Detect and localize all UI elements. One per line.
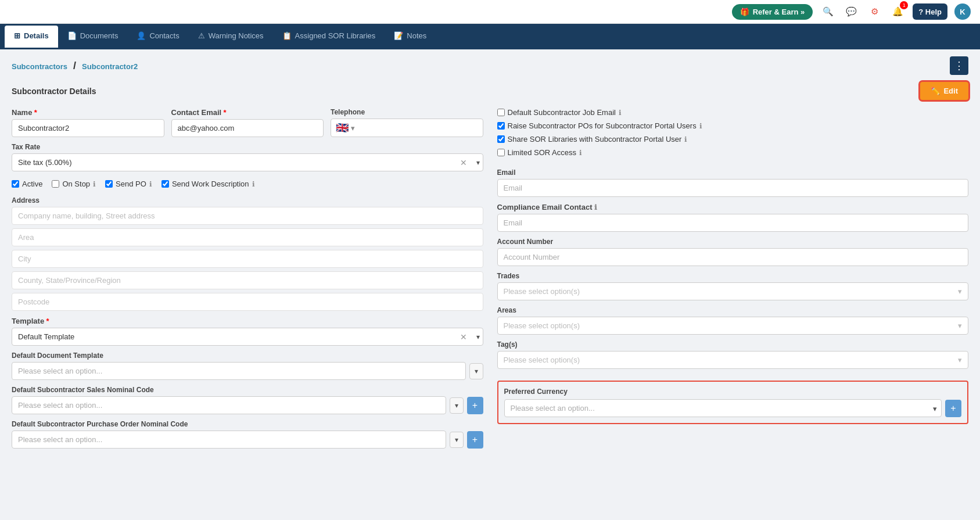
default-sub-job-email-checkbox[interactable] xyxy=(497,109,505,116)
limited-sor-checkbox[interactable] xyxy=(497,149,505,156)
template-label: Template * xyxy=(12,317,483,325)
contact-email-label: Contact Email * xyxy=(171,108,324,117)
send-po-info-icon[interactable]: ℹ xyxy=(149,180,152,188)
areas-group: Areas Please select option(s) ▾ xyxy=(497,306,969,335)
settings-icon-button[interactable]: ⚙ xyxy=(866,3,882,20)
notification-badge: 1 xyxy=(900,1,908,9)
telephone-label: Telephone xyxy=(331,108,483,116)
send-work-desc-checkbox-item: Send Work Description ℹ xyxy=(161,180,255,188)
section-title: Subcontractor Details xyxy=(12,87,96,96)
preferred-currency-section: Preferred Currency Please select an opti… xyxy=(497,381,969,424)
search-icon-button[interactable]: 🔍 xyxy=(820,3,836,20)
contacts-icon: 👤 xyxy=(137,31,146,40)
account-number-label: Account Number xyxy=(497,238,969,246)
add-purchase-nominal-button[interactable]: + xyxy=(467,431,483,449)
address-fields xyxy=(12,207,483,311)
tax-rate-dropdown-button[interactable]: ▾ xyxy=(476,159,480,167)
tab-assigned-sor[interactable]: 📋 Assigned SOR Libraries xyxy=(273,26,385,48)
tax-rate-clear-button[interactable]: ✕ xyxy=(460,158,467,167)
areas-select[interactable]: Please select option(s) ▾ xyxy=(497,317,969,335)
on-stop-checkbox[interactable] xyxy=(52,180,59,188)
sub-job-email-info-icon[interactable]: ℹ xyxy=(619,109,622,117)
add-currency-button[interactable]: + xyxy=(945,400,961,417)
details-icon: ⊞ xyxy=(14,31,20,40)
compliance-email-info-icon[interactable]: ℹ xyxy=(594,203,597,211)
compliance-email-label: Compliance Email Contact ℹ xyxy=(497,203,969,211)
notification-icon-button[interactable]: 🔔 1 xyxy=(889,3,906,20)
default-sales-nominal-label: Default Subcontractor Sales Nominal Code xyxy=(12,386,483,394)
template-dropdown-button[interactable]: ▾ xyxy=(476,333,480,341)
name-group: Name * xyxy=(12,108,164,137)
address-postcode-input[interactable] xyxy=(12,293,483,311)
address-county-input[interactable] xyxy=(12,271,483,289)
trades-chevron-icon: ▾ xyxy=(958,287,962,296)
send-po-checkbox[interactable] xyxy=(105,180,113,188)
limited-sor-info-icon[interactable]: ℹ xyxy=(579,149,582,157)
account-number-input[interactable] xyxy=(497,248,969,266)
help-button[interactable]: ? Help xyxy=(913,3,947,20)
default-sub-job-email-item: Default Subcontractor Job Email ℹ xyxy=(497,108,969,117)
address-street-input[interactable] xyxy=(12,207,483,225)
email-input[interactable] xyxy=(497,179,969,197)
purchase-nominal-arrow: ▾ xyxy=(450,432,464,448)
raise-sub-po-info-icon[interactable]: ℹ xyxy=(699,122,702,130)
trades-select[interactable]: Please select option(s) ▾ xyxy=(497,282,969,300)
share-sor-item: Share SOR Libraries with Subcontractor P… xyxy=(497,135,969,144)
send-work-desc-info-icon[interactable]: ℹ xyxy=(252,180,255,188)
tags-select[interactable]: Please select option(s) ▾ xyxy=(497,351,969,369)
on-stop-info-icon[interactable]: ℹ xyxy=(93,180,96,188)
compliance-email-input[interactable] xyxy=(497,214,969,232)
tab-warning-notices[interactable]: ⚠ Warning Notices xyxy=(189,26,273,48)
right-checkboxes: Default Subcontractor Job Email ℹ Raise … xyxy=(497,108,969,157)
share-sor-checkbox[interactable] xyxy=(497,135,505,143)
address-city-input[interactable] xyxy=(12,250,483,268)
default-purchase-nominal-select[interactable]: Please select an option... xyxy=(12,431,446,449)
tab-documents[interactable]: 📄 Documents xyxy=(58,26,128,48)
gift-icon: 🎁 xyxy=(740,8,749,16)
tab-notes[interactable]: 📝 Notes xyxy=(385,26,436,48)
three-dots-button[interactable]: ⋮ xyxy=(950,56,968,75)
default-doc-template-select[interactable]: Please select an option... xyxy=(12,362,466,380)
tax-rate-group: Tax Rate ✕ ▾ xyxy=(12,143,483,171)
tags-label: Tag(s) xyxy=(497,340,969,349)
active-checkbox[interactable] xyxy=(12,180,19,188)
tab-contacts[interactable]: 👤 Contacts xyxy=(127,26,188,48)
form-grid: Name * Contact Email * Telephone 🇬🇧 xyxy=(12,108,968,449)
chat-icon-button[interactable]: 💬 xyxy=(843,3,859,20)
left-column: Name * Contact Email * Telephone 🇬🇧 xyxy=(12,108,483,449)
limited-sor-item: Limited SOR Access ℹ xyxy=(497,148,969,157)
address-group: Address xyxy=(12,196,483,311)
tab-details[interactable]: ⊞ Details xyxy=(5,26,58,48)
share-sor-info-icon[interactable]: ℹ xyxy=(684,135,687,144)
default-doc-template-arrow: ▾ xyxy=(469,363,483,379)
telephone-input[interactable] xyxy=(357,124,478,132)
name-input[interactable] xyxy=(12,119,164,137)
user-avatar[interactable]: K xyxy=(954,3,971,20)
address-area-input[interactable] xyxy=(12,228,483,246)
raise-sub-po-checkbox[interactable] xyxy=(497,122,505,130)
telephone-input-wrapper: 🇬🇧 ▾ xyxy=(331,119,483,137)
default-sales-nominal-group: Default Subcontractor Sales Nominal Code… xyxy=(12,386,483,414)
notes-icon: 📝 xyxy=(394,31,403,40)
trades-label: Trades xyxy=(497,272,969,280)
tags-chevron-icon: ▾ xyxy=(958,356,962,364)
breadcrumb: Subcontractors / Subcontractor2 ⋮ xyxy=(0,49,980,77)
add-sales-nominal-button[interactable]: + xyxy=(467,397,483,414)
preferred-currency-select[interactable]: Please select an option... xyxy=(504,399,942,417)
contact-email-input[interactable] xyxy=(171,119,324,137)
trades-group: Trades Please select option(s) ▾ xyxy=(497,272,969,300)
send-work-desc-checkbox[interactable] xyxy=(161,180,169,188)
name-label: Name * xyxy=(12,108,164,117)
tax-rate-input[interactable] xyxy=(12,153,483,171)
edit-button[interactable]: ✏️ Edit xyxy=(920,82,968,100)
areas-label: Areas xyxy=(497,306,969,314)
account-number-group: Account Number xyxy=(497,238,969,266)
tax-rate-input-wrapper: ✕ ▾ xyxy=(12,153,483,171)
template-input[interactable] xyxy=(12,328,483,346)
default-doc-template-group: Default Document Template Please select … xyxy=(12,352,483,380)
default-sales-nominal-select[interactable]: Please select an option... xyxy=(12,396,446,414)
sor-icon: 📋 xyxy=(282,31,292,40)
tags-group: Tag(s) Please select option(s) ▾ xyxy=(497,340,969,369)
template-clear-button[interactable]: ✕ xyxy=(460,332,467,342)
refer-earn-button[interactable]: 🎁 Refer & Earn » xyxy=(732,4,813,20)
